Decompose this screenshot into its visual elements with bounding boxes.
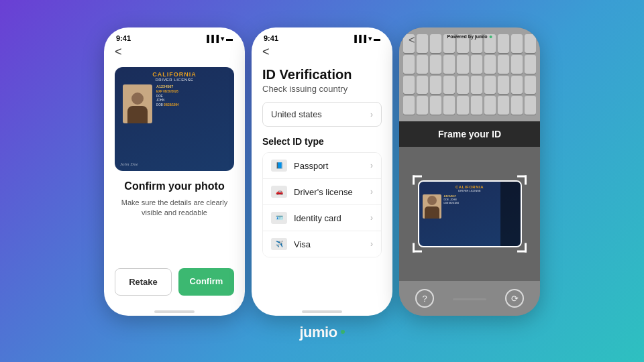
- phone-confirm-photo: 9:41 ▐▐▐ ▾ ▬ < CALIFORNIA DRIVER LICENSE: [104, 27, 245, 316]
- phone-camera: < Powered by jumio Frame your ID CALIFOR…: [399, 27, 540, 316]
- back-button-1[interactable]: <: [115, 45, 234, 59]
- phone2-content: < ID Verification Check issuing country …: [252, 45, 392, 306]
- license-header: CALIFORNIA DRIVER LICENSE: [152, 71, 197, 82]
- help-icon: ?: [422, 294, 427, 304]
- back-button-2[interactable]: <: [262, 45, 382, 59]
- license-photo: [123, 84, 152, 123]
- keyboard-key: [511, 34, 523, 53]
- frame-instruction-text: Frame your ID: [438, 129, 501, 139]
- phone1-content: < CALIFORNIA DRIVER LICENSE A1234567: [104, 45, 245, 306]
- keyboard-key: [498, 34, 509, 53]
- keyboard-key: [457, 55, 468, 74]
- passport-chevron: ›: [370, 161, 373, 170]
- keyboard-visual: [399, 27, 540, 121]
- confirm-desc: Make sure the details are clearly visibl…: [115, 198, 234, 219]
- phones-container: 9:41 ▐▐▐ ▾ ▬ < CALIFORNIA DRIVER LICENSE: [104, 27, 540, 316]
- camera-bottom-bar: ? ⟳: [399, 281, 540, 316]
- country-value: United states: [271, 109, 322, 119]
- id-type-identity-card[interactable]: 🪪 Identity card ›: [263, 205, 381, 231]
- chevron-right-icon: ›: [370, 110, 373, 119]
- keyboard-key: [525, 76, 536, 95]
- keyboard-key: [498, 96, 509, 115]
- confirm-title: Confirm your photo: [115, 180, 234, 192]
- id-type-passport[interactable]: 📘 Passport ›: [263, 153, 381, 179]
- keyboard-key: [471, 76, 482, 95]
- keyboard-key: [525, 34, 536, 53]
- home-indicator-2: [302, 310, 342, 313]
- identity-card-chevron: ›: [370, 213, 373, 223]
- battery-icon: ▬: [226, 35, 233, 42]
- camera-back-button[interactable]: <: [409, 34, 415, 46]
- id-type-list: 📘 Passport › 🚗 Driver's license › 🪪 Iden…: [262, 152, 382, 257]
- keyboard-key: [443, 76, 455, 95]
- keyboard-key: [457, 76, 468, 95]
- drivers-license-chevron: ›: [370, 187, 373, 196]
- camera-flip-button[interactable]: ⟳: [505, 289, 524, 308]
- keyboard-key: [403, 55, 415, 74]
- keyboard-key: [403, 96, 415, 115]
- confirm-button[interactable]: Confirm: [178, 268, 234, 296]
- corner-tr: [517, 176, 527, 185]
- frame-instruction-bar: Frame your ID: [399, 121, 540, 147]
- frame-corners: [413, 176, 527, 253]
- license-id: A1234567: [156, 84, 179, 88]
- battery-icon-2: ▬: [374, 35, 380, 42]
- jumio-brand-text: jumio: [299, 324, 337, 341]
- visa-label: Visa: [294, 239, 370, 249]
- ca-license-card: CALIFORNIA DRIVER LICENSE A1234567 EXP 0…: [115, 67, 234, 171]
- keyboard-key: [484, 55, 496, 74]
- keyboard-key: [484, 96, 496, 115]
- license-expiry: EXP 08/20/2026: [156, 90, 179, 93]
- id-image-box: CALIFORNIA DRIVER LICENSE A1234567 EXP 0…: [115, 67, 234, 171]
- corner-bl: [413, 243, 422, 253]
- wifi-icon: ▾: [221, 35, 224, 42]
- verification-title: ID Verification: [262, 67, 382, 82]
- id-type-section-label: Select ID type: [262, 136, 382, 147]
- btn-row: Retake Confirm: [115, 268, 234, 296]
- keyboard-key: [417, 55, 428, 74]
- passport-label: Passport: [294, 161, 370, 171]
- corner-tl: [413, 176, 422, 185]
- passport-icon: 📘: [271, 160, 287, 172]
- keyboard-key: [430, 34, 441, 53]
- license-last-name: DOE: [156, 95, 179, 98]
- keyboard-key: [417, 76, 428, 95]
- drivers-license-label: Driver's license: [294, 187, 370, 197]
- verification-subtitle: Check issuing country: [262, 84, 382, 94]
- status-bar-1: 9:41 ▐▐▐ ▾ ▬: [104, 27, 245, 45]
- help-button[interactable]: ?: [415, 289, 434, 308]
- keyboard-key: [471, 96, 482, 115]
- powered-by-brand: jumio: [475, 34, 488, 39]
- keyboard-key: [443, 55, 455, 74]
- keyboard-key: [430, 55, 441, 74]
- keyboard-key: [525, 55, 536, 74]
- retake-button[interactable]: Retake: [115, 268, 172, 296]
- person-body: [127, 106, 148, 123]
- keyboard-key: [484, 76, 496, 95]
- id-type-visa[interactable]: ✈️ Visa ›: [263, 231, 381, 257]
- phone-id-verification: 9:41 ▐▐▐ ▾ ▬ < ID Verification Check iss…: [252, 27, 392, 316]
- jumio-brand-dot: [341, 330, 345, 334]
- id-type-drivers-license[interactable]: 🚗 Driver's license ›: [263, 179, 381, 205]
- person-silhouette: [125, 90, 150, 123]
- person-head: [131, 93, 144, 105]
- status-time-2: 9:41: [264, 34, 278, 42]
- signature-area: John Doe: [120, 162, 138, 167]
- keyboard-key: [430, 96, 441, 115]
- keyboard-key: [498, 55, 509, 74]
- jumio-dot-small: [489, 36, 492, 38]
- home-indicator-1: [154, 310, 195, 313]
- signal-icon-2: ▐▐▐: [352, 35, 366, 42]
- powered-by-text: Powered by: [447, 34, 475, 39]
- country-selector[interactable]: United states ›: [262, 102, 382, 127]
- keyboard-key: [525, 96, 536, 115]
- status-icons-1: ▐▐▐ ▾ ▬: [205, 35, 233, 42]
- keyboard-key: [511, 76, 523, 95]
- status-bar-2: 9:41 ▐▐▐ ▾ ▬: [252, 27, 392, 45]
- keyboard-key: [457, 96, 468, 115]
- drivers-license-icon: 🚗: [271, 186, 287, 198]
- identity-card-label: Identity card: [294, 213, 370, 223]
- wifi-icon-2: ▾: [368, 35, 372, 42]
- keyboard-key: [498, 76, 509, 95]
- identity-card-icon: 🪪: [271, 212, 287, 224]
